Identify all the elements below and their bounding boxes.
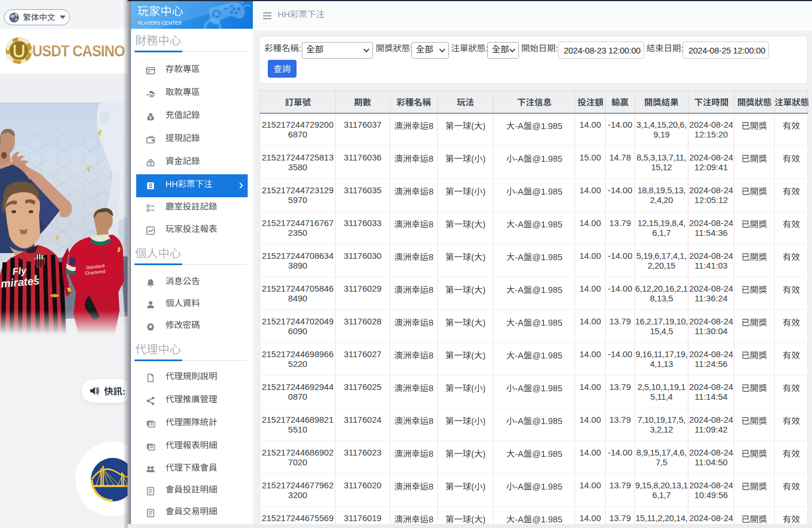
svg-text:$: $ (149, 162, 152, 166)
svg-text:Casino: Casino (14, 58, 25, 62)
svg-text:$: $ (149, 116, 152, 120)
